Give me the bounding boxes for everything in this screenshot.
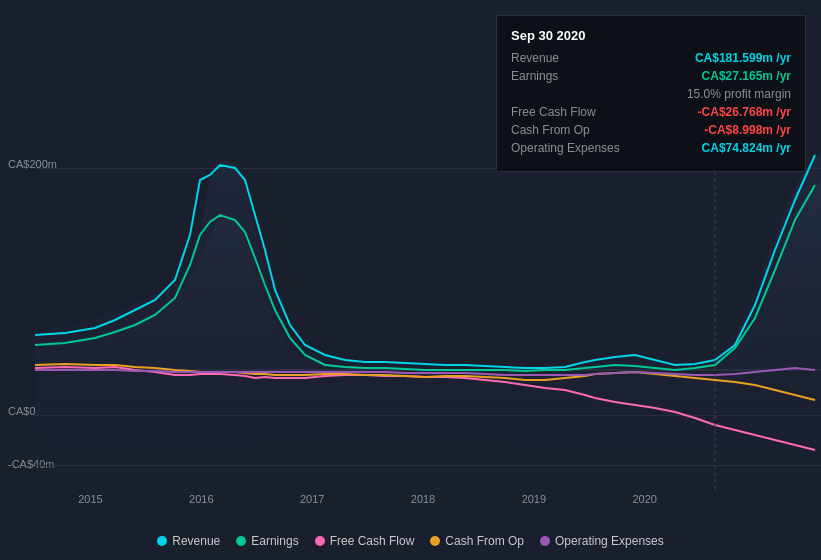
x-label-2018: 2018: [368, 493, 479, 505]
legend-opex: Operating Expenses: [540, 534, 664, 548]
chart-legend: Revenue Earnings Free Cash Flow Cash Fro…: [0, 534, 821, 548]
x-label-2015: 2015: [35, 493, 146, 505]
profit-margin-label: [680, 87, 683, 101]
x-label-extra: [700, 493, 811, 505]
y-axis-mid: CA$0: [8, 405, 36, 417]
legend-dot-cashfromop: [430, 536, 440, 546]
opex-row: Operating Expenses CA$74.824m /yr: [511, 141, 791, 155]
legend-dot-revenue: [157, 536, 167, 546]
legend-label-revenue: Revenue: [172, 534, 220, 548]
earnings-label: Earnings: [511, 69, 558, 83]
x-label-2017: 2017: [257, 493, 368, 505]
fcf-row: Free Cash Flow -CA$26.768m /yr: [511, 105, 791, 119]
legend-label-earnings: Earnings: [251, 534, 298, 548]
legend-dot-opex: [540, 536, 550, 546]
earnings-value: CA$27.165m /yr: [702, 69, 791, 83]
profit-margin-value: 15.0% profit margin: [687, 87, 791, 101]
cashfromop-value: -CA$8.998m /yr: [704, 123, 791, 137]
tooltip-date: Sep 30 2020: [511, 28, 791, 43]
revenue-row: Revenue CA$181.599m /yr: [511, 51, 791, 65]
cashfromop-row: Cash From Op -CA$8.998m /yr: [511, 123, 791, 137]
legend-label-opex: Operating Expenses: [555, 534, 664, 548]
revenue-value: CA$181.599m /yr: [695, 51, 791, 65]
opex-label: Operating Expenses: [511, 141, 620, 155]
x-label-2020: 2020: [589, 493, 700, 505]
legend-fcf: Free Cash Flow: [315, 534, 415, 548]
legend-dot-fcf: [315, 536, 325, 546]
x-axis-labels: 2015 2016 2017 2018 2019 2020: [0, 493, 821, 505]
x-label-2019: 2019: [478, 493, 589, 505]
legend-dot-earnings: [236, 536, 246, 546]
legend-earnings: Earnings: [236, 534, 298, 548]
legend-revenue: Revenue: [157, 534, 220, 548]
profit-margin-row: 15.0% profit margin: [511, 87, 791, 101]
revenue-label: Revenue: [511, 51, 559, 65]
legend-cashfromop: Cash From Op: [430, 534, 524, 548]
chart-svg: [35, 150, 821, 490]
fcf-value: -CA$26.768m /yr: [698, 105, 791, 119]
legend-label-fcf: Free Cash Flow: [330, 534, 415, 548]
info-tooltip: Sep 30 2020 Revenue CA$181.599m /yr Earn…: [496, 15, 806, 172]
cashfromop-label: Cash From Op: [511, 123, 590, 137]
x-label-2016: 2016: [146, 493, 257, 505]
earnings-row: Earnings CA$27.165m /yr: [511, 69, 791, 83]
fcf-label: Free Cash Flow: [511, 105, 596, 119]
opex-value: CA$74.824m /yr: [702, 141, 791, 155]
legend-label-cashfromop: Cash From Op: [445, 534, 524, 548]
